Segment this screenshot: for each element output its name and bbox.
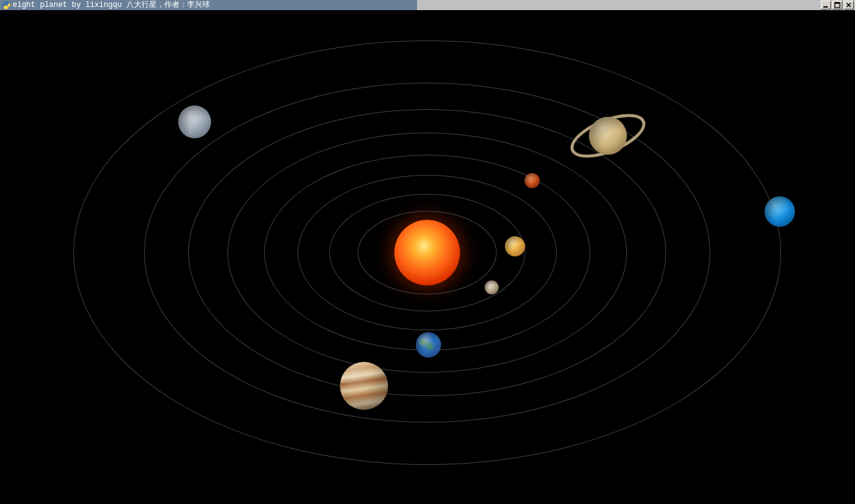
uranus [178, 105, 211, 138]
earth [416, 332, 441, 357]
saturn [589, 117, 627, 155]
python-icon [1, 0, 11, 10]
window-titlebar: eight planet by lixingqu 八大行星，作者：李兴球 [0, 0, 855, 10]
solar-system-canvas[interactable] [0, 10, 855, 504]
mercury [485, 280, 499, 294]
svg-rect-0 [823, 6, 828, 8]
sun [394, 220, 460, 285]
jupiter [340, 362, 388, 410]
neptune [765, 196, 795, 227]
mars [525, 173, 540, 188]
svg-rect-2 [835, 3, 840, 4]
window-title: eight planet by lixingqu 八大行星，作者：李兴球 [13, 0, 210, 10]
titlebar-active-region[interactable]: eight planet by lixingqu 八大行星，作者：李兴球 [0, 0, 417, 10]
venus [505, 236, 525, 256]
maximize-button[interactable] [832, 1, 842, 9]
close-button[interactable] [844, 1, 854, 9]
titlebar-inactive-region [417, 0, 855, 10]
minimize-button[interactable] [821, 1, 831, 9]
window-controls [821, 1, 854, 9]
